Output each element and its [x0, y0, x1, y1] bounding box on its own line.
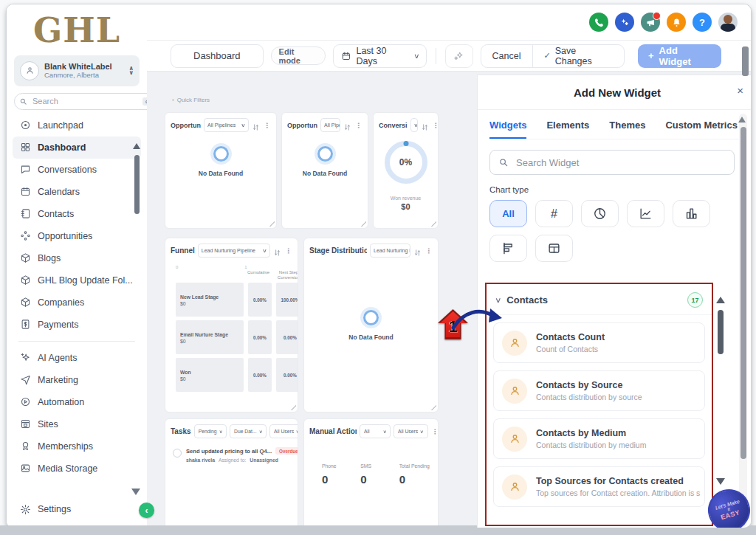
chart-type-line[interactable]: [627, 200, 664, 227]
widget-kebab-menu[interactable]: ⋮: [354, 122, 362, 129]
widget-tasks[interactable]: Tasks Pending∨ Due Dat...∨ All Users∨ ⋮ …: [165, 418, 298, 528]
help-button[interactable]: ?: [693, 13, 712, 32]
pipeline-filter-dropdown[interactable]: Lead Nurturing Pipeline∨: [370, 244, 410, 258]
sidebar-item-memberships[interactable]: Memberships: [13, 435, 141, 458]
plus-icon: +: [648, 50, 654, 61]
cube-icon: [20, 297, 31, 308]
sort-icon[interactable]: [343, 121, 351, 129]
notifications-button[interactable]: [667, 13, 686, 32]
tab-themes[interactable]: Themes: [609, 120, 645, 139]
manual-type-filter[interactable]: All∨: [360, 424, 391, 438]
ai-agents-icon: [20, 352, 31, 363]
search-input[interactable]: [31, 96, 139, 106]
tasks-status-filter[interactable]: Pending∨: [194, 424, 227, 438]
user-avatar[interactable]: [718, 13, 738, 32]
sidebar-item-ai-agents[interactable]: AI Agents: [13, 347, 141, 369]
funnel-row: New Lead Stage$0 0.00% 100.00%: [165, 283, 298, 320]
sidebar-item-media-storage[interactable]: Media Storage: [13, 458, 141, 480]
widget-search[interactable]: [489, 150, 735, 175]
chart-type-all[interactable]: All: [489, 200, 527, 227]
sidebar-item-companies[interactable]: Companies: [13, 291, 141, 314]
pipeline-filter-dropdown[interactable]: All Pipelin...∨: [320, 118, 340, 132]
close-icon[interactable]: ×: [737, 84, 743, 97]
chart-type-pie[interactable]: [581, 200, 619, 227]
widget-manual-actions[interactable]: Manual Actions All∨ All Users∨ ⋮ Phone0 …: [303, 418, 439, 528]
panel-scrollbar-thumb[interactable]: [740, 127, 746, 459]
sidebar-scrollbar-thumb[interactable]: [134, 155, 140, 214]
widget-opportunities-1[interactable]: Opportun All Pipelines∨ ⋮ No Data Found: [165, 112, 277, 229]
widget-option-contacts-by-medium[interactable]: Contacts by Medium Contacts distribution…: [493, 418, 705, 459]
ai-magic-button[interactable]: [445, 44, 472, 68]
sort-icon[interactable]: [273, 246, 281, 255]
app-window: GHL Blank WhiteLabel Canmore, Alberta ∧∨…: [6, 4, 752, 528]
announcements-button[interactable]: [641, 13, 660, 32]
contacts-section-header[interactable]: ∨ Contacts 17: [487, 284, 712, 315]
sidebar-item-marketing[interactable]: Marketing: [13, 369, 141, 391]
sidebar-item-dashboard[interactable]: Dashboard: [13, 137, 141, 159]
date-range-dropdown[interactable]: Last 30 Days ∨: [333, 44, 427, 68]
add-widget-button[interactable]: + Add Widget: [638, 44, 721, 68]
widget-kebab-menu[interactable]: ⋮: [263, 122, 271, 129]
sort-icon[interactable]: [413, 246, 422, 255]
save-changes-button[interactable]: ✓ Save Changes: [532, 45, 624, 67]
account-switcher[interactable]: Blank WhiteLabel Canmore, Alberta ∧∨: [14, 55, 140, 86]
sort-icon[interactable]: [421, 121, 429, 129]
list-scrollbar-thumb[interactable]: [718, 310, 724, 354]
no-data-icon: [317, 146, 333, 162]
widget-kebab-menu[interactable]: ⋮: [284, 247, 292, 255]
widget-kebab-menu[interactable]: ⋮: [425, 247, 433, 255]
task-item[interactable]: Send updated pricing to all Q4... Overdu…: [165, 441, 298, 463]
sidebar-item-payments[interactable]: Payments: [13, 314, 141, 336]
chart-type-number[interactable]: #: [535, 200, 573, 227]
sidebar-item-launchpad[interactable]: Launchpad: [13, 114, 141, 137]
quick-filters-toggle[interactable]: ‹ Quick Filters: [172, 97, 210, 103]
widget-opportunities-2[interactable]: Opportun All Pipelin...∨ ⋮ No Data Found: [281, 112, 368, 229]
cancel-button[interactable]: Cancel: [481, 45, 532, 67]
widget-option-contacts-count[interactable]: Contacts Count Count of Contacts: [493, 322, 705, 363]
sidebar-item-contacts[interactable]: Contacts: [13, 203, 141, 225]
sidebar-item-opportunities[interactable]: Opportunities: [13, 225, 141, 247]
widget-kebab-menu[interactable]: ⋮: [431, 428, 439, 435]
filter-dropdown[interactable]: ∨: [410, 118, 418, 132]
sidebar-item-automation[interactable]: Automation: [13, 391, 141, 413]
window-scrollbar-thumb[interactable]: [742, 46, 749, 76]
panel-scroll-up-arrow[interactable]: [738, 117, 746, 122]
list-scroll-down-arrow[interactable]: [716, 478, 725, 485]
task-checkbox[interactable]: [173, 449, 182, 458]
tasks-due-filter[interactable]: Due Dat...∨: [230, 424, 267, 438]
chart-type-column[interactable]: [673, 200, 710, 227]
sidebar-item-settings[interactable]: Settings: [13, 498, 128, 520]
chart-type-bar[interactable]: [489, 235, 527, 262]
sidebar-item-calendars[interactable]: Calendars: [13, 181, 141, 203]
tasks-user-filter[interactable]: All Users∨: [269, 424, 298, 438]
sidebar-search[interactable]: ctrlK: [14, 93, 165, 110]
sort-icon[interactable]: [252, 121, 260, 129]
widget-option-top-sources[interactable]: Top Sources for Contacts created Top sou…: [493, 466, 705, 507]
pipeline-filter-dropdown[interactable]: All Pipelines∨: [204, 118, 249, 132]
pie-chart-icon: [593, 207, 607, 221]
sidebar-scroll-down-arrow[interactable]: [131, 489, 140, 495]
widget-search-input[interactable]: [515, 156, 726, 169]
widget-funnel[interactable]: Funnel Lead Nurturing Pipeline∨ ⋮ 01 Cum…: [165, 238, 298, 413]
sidebar-item-conversations[interactable]: Conversations: [13, 159, 141, 181]
manual-user-filter[interactable]: All Users∨: [394, 424, 428, 438]
tab-widgets[interactable]: Widgets: [489, 120, 526, 139]
list-scroll-up-arrow[interactable]: [716, 297, 725, 303]
sidebar-item-ghl-blog-update[interactable]: GHL Blog Update Fol...: [13, 269, 141, 291]
chart-type-table[interactable]: [535, 235, 573, 262]
widget-stage-distribution[interactable]: Stage Distribution Lead Nurturing Pipeli…: [303, 238, 439, 413]
connect-button[interactable]: [615, 13, 634, 32]
tab-custom-metrics[interactable]: Custom Metrics: [665, 120, 738, 139]
sidebar-item-blogs[interactable]: Blogs: [13, 247, 141, 269]
account-switch-icon[interactable]: ∧∨: [129, 66, 134, 75]
phone-button[interactable]: [589, 13, 608, 32]
pipeline-filter-dropdown[interactable]: Lead Nurturing Pipeline∨: [198, 244, 270, 258]
sidebar-collapse-button[interactable]: ‹: [139, 503, 154, 518]
widget-kebab-menu[interactable]: ⋮: [432, 122, 439, 129]
sidebar-item-sites[interactable]: Sites: [13, 413, 141, 435]
widget-conversion[interactable]: Conversi ∨ ⋮ 0% Won revenue $0: [373, 112, 439, 229]
dashboard-title-button[interactable]: Dashboard: [171, 44, 264, 68]
sidebar-scroll-up-arrow[interactable]: [133, 143, 140, 149]
widget-option-contacts-by-source[interactable]: Contacts by Source Contacts distribution…: [493, 370, 705, 411]
tab-elements[interactable]: Elements: [546, 120, 589, 139]
